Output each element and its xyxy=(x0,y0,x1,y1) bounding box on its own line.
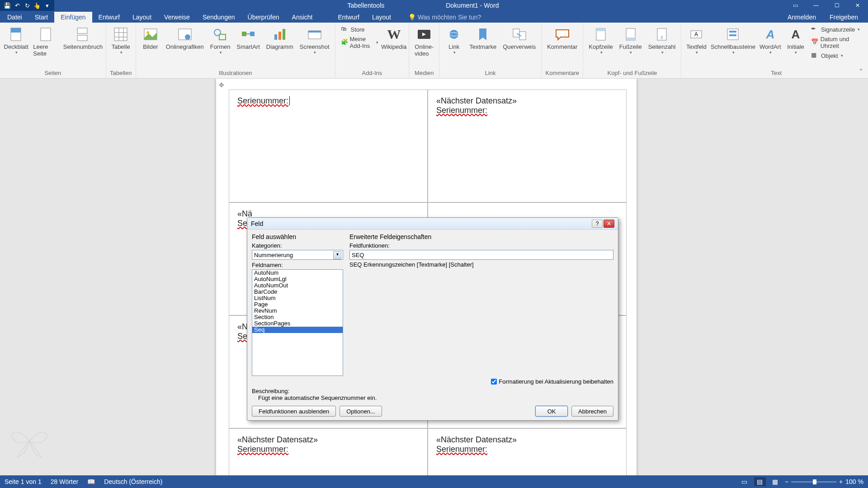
svg-rect-33 xyxy=(626,38,635,40)
onlinevideo-button[interactable]: Online-video xyxy=(412,24,436,59)
dialog-close-button[interactable]: ✕ xyxy=(604,220,614,228)
label-cell[interactable]: «Nächster Datensatz» Serienummer: xyxy=(229,428,428,475)
wikipedia-button[interactable]: WWikipedia xyxy=(382,24,406,52)
document-title: Dokument1 - Word xyxy=(446,2,499,9)
textmarke-button[interactable]: Textmarke xyxy=(467,24,499,52)
ribbon-options-icon[interactable]: ▭ xyxy=(785,0,806,11)
tab-layout[interactable]: Layout xyxy=(126,12,158,23)
label-cell[interactable]: «Nächster Datensatz» Serienummer: xyxy=(428,428,627,475)
signaturzeile-button[interactable]: ✒Signaturzeile xyxy=(808,24,868,34)
touch-mode-icon[interactable]: 👆 xyxy=(33,2,41,9)
page-indicator[interactable]: Seite 1 von 1 xyxy=(5,478,42,485)
textfeld-button[interactable]: ATextfeld xyxy=(684,24,708,56)
list-item[interactable]: Page xyxy=(252,301,343,308)
addin-icon: 🧩 xyxy=(341,38,348,47)
close-window-button[interactable]: ✕ xyxy=(847,0,868,11)
undo-icon[interactable]: ↶ xyxy=(14,2,21,9)
fieldfunc-input[interactable] xyxy=(349,250,613,260)
schnellbausteine-button[interactable]: Schnellbausteine xyxy=(709,24,756,56)
list-item[interactable]: Seq xyxy=(252,327,343,333)
qat-more-icon[interactable]: ▾ xyxy=(43,2,51,9)
ok-button[interactable]: OK xyxy=(535,406,568,417)
deckblatt-button[interactable]: Deckblatt xyxy=(3,24,29,56)
tab-tools-layout[interactable]: Layout xyxy=(366,12,397,23)
read-mode-icon[interactable]: ▭ xyxy=(739,477,750,486)
objekt-button[interactable]: ▦Objekt xyxy=(808,51,868,61)
onlinegrafiken-button[interactable]: Onlinegrafiken xyxy=(163,24,207,52)
seitenumbruch-button[interactable]: Seitenumbruch xyxy=(63,24,103,52)
svg-rect-15 xyxy=(219,34,226,40)
wordart-button[interactable]: AWordArt xyxy=(758,24,783,56)
initiale-button[interactable]: AInitiale xyxy=(784,24,807,56)
print-layout-icon[interactable]: ▤ xyxy=(754,477,766,486)
zoom-out-button[interactable]: − xyxy=(785,478,788,485)
label-cell[interactable]: Serienummer: xyxy=(229,89,428,202)
zoom-in-button[interactable]: + xyxy=(839,478,843,485)
tell-me-input[interactable]: 💡Was möchten Sie tun? xyxy=(402,12,487,23)
tab-start[interactable]: Start xyxy=(28,12,55,23)
zoom-value[interactable]: 100 % xyxy=(845,478,863,485)
svg-rect-20 xyxy=(278,32,281,40)
tab-einfuegen[interactable]: Einfügen xyxy=(54,12,92,23)
save-icon[interactable]: 💾 xyxy=(4,2,11,9)
tab-entwurf[interactable]: Entwurf xyxy=(92,12,126,23)
list-item[interactable]: ListNum xyxy=(252,295,343,301)
list-item[interactable]: AutoNum xyxy=(252,270,343,276)
seitenzahl-button[interactable]: #Seitenzahl xyxy=(646,24,679,56)
tab-datei[interactable]: Datei xyxy=(1,12,28,23)
svg-rect-39 xyxy=(729,31,736,33)
list-item[interactable]: BarCode xyxy=(252,289,343,295)
fieldfunc-hint: SEQ Erkennungszeichen [Textmarke] [Schal… xyxy=(349,261,613,268)
group-medien-label: Medien xyxy=(412,70,436,77)
fusszeile-button[interactable]: Fußzeile xyxy=(617,24,645,56)
table-anchor-icon[interactable]: ✥ xyxy=(219,81,224,89)
store-button[interactable]: 🛍Store xyxy=(338,24,381,34)
minimize-button[interactable]: — xyxy=(806,0,826,11)
bilder-button[interactable]: Bilder xyxy=(139,24,162,52)
formen-button[interactable]: Formen xyxy=(208,24,233,56)
list-item[interactable]: AutoNumLgl xyxy=(252,276,343,282)
zoom-slider[interactable] xyxy=(791,481,836,483)
maximize-button[interactable]: ☐ xyxy=(826,0,847,11)
list-item[interactable]: RevNum xyxy=(252,308,343,314)
tab-tools-entwurf[interactable]: Entwurf xyxy=(331,12,365,23)
share-button[interactable]: Freigeben xyxy=(827,12,861,23)
screenshot-button[interactable]: Screenshot xyxy=(297,24,332,56)
categories-label: Kategorien: xyxy=(252,242,343,249)
smartart-button[interactable]: SmartArt xyxy=(234,24,262,52)
list-item[interactable]: SectionPages xyxy=(252,320,343,327)
list-item[interactable]: Section xyxy=(252,314,343,320)
word-count[interactable]: 28 Wörter xyxy=(51,478,78,485)
kommentar-button[interactable]: Kommentar xyxy=(544,24,580,52)
tabelle-button[interactable]: Tabelle xyxy=(109,24,133,56)
leere-seite-button[interactable]: Leere Seite xyxy=(30,24,62,59)
tab-ansicht[interactable]: Ansicht xyxy=(286,12,319,23)
fieldnames-listbox[interactable]: AutoNum AutoNumLgl AutoNumOut BarCode Li… xyxy=(252,269,343,376)
signin-link[interactable]: Anmelden xyxy=(785,12,819,23)
redo-icon[interactable]: ↻ xyxy=(24,2,31,9)
title-bar: 💾 ↶ ↻ 👆 ▾ Tabellentools Dokument1 - Word… xyxy=(0,0,868,11)
web-layout-icon[interactable]: ▦ xyxy=(769,477,781,486)
tab-ueberpruefen[interactable]: Überprüfen xyxy=(241,12,286,23)
tab-verweise[interactable]: Verweise xyxy=(158,12,196,23)
proofing-icon[interactable]: 📖 xyxy=(87,478,95,485)
preserve-format-checkbox[interactable] xyxy=(491,379,497,385)
hide-fieldcodes-button[interactable]: Feldfunktionen ausblenden xyxy=(252,406,336,417)
list-item[interactable]: AutoNumOut xyxy=(252,282,343,289)
querverweis-button[interactable]: Querverweis xyxy=(500,24,538,52)
tab-sendungen[interactable]: Sendungen xyxy=(196,12,241,23)
language-indicator[interactable]: Deutsch (Österreich) xyxy=(104,478,162,485)
label-cell[interactable]: «Nächster Datensatz» Serienummer: xyxy=(428,89,627,202)
meine-addins-button[interactable]: 🧩Meine Add-Ins xyxy=(338,35,381,50)
collapse-ribbon-icon[interactable]: ⌃ xyxy=(859,68,863,75)
options-button[interactable]: Optionen... xyxy=(340,406,382,417)
diagramm-button[interactable]: Diagramm xyxy=(264,24,296,52)
datum-uhrzeit-button[interactable]: 📅Datum und Uhrzeit xyxy=(808,35,868,50)
dialog-help-button[interactable]: ? xyxy=(592,220,603,228)
kopfzeile-button[interactable]: Kopfzeile xyxy=(586,24,615,56)
watermark-butterfly-icon xyxy=(9,423,50,459)
dialog-titlebar[interactable]: Feld ? ✕ xyxy=(247,218,618,230)
categories-combo[interactable]: Nummerierung xyxy=(252,250,343,260)
cancel-button[interactable]: Abbrechen xyxy=(571,406,613,417)
link-button[interactable]: Link xyxy=(442,24,466,56)
